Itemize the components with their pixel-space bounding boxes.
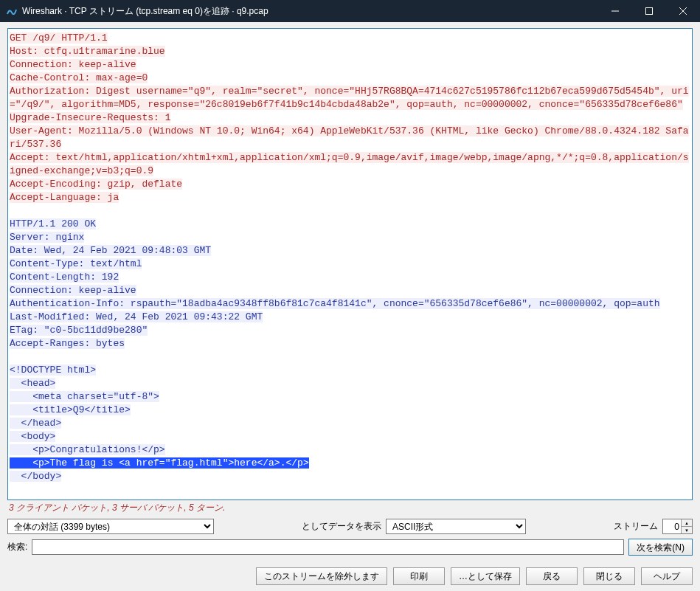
window-title: Wireshark · TCP ストリーム (tcp.stream eq 0)を… (22, 5, 598, 18)
response-body-pre[interactable]: <!DOCTYPE html> <head> <meta charset="ut… (10, 364, 165, 455)
help-button[interactable]: ヘルプ (641, 567, 693, 585)
stream-label: ストリーム (614, 520, 658, 533)
response-body-selected[interactable]: <p>The flag is <a href="flag.html">here<… (10, 457, 309, 469)
request-block[interactable]: GET /q9/ HTTP/1.1 Host: ctfq.u1tramarine… (10, 32, 689, 203)
find-next-button[interactable]: 次を検索(N) (628, 539, 693, 556)
svg-rect-1 (646, 8, 653, 15)
search-label: 検索: (7, 541, 27, 553)
titlebar: Wireshark · TCP ストリーム (tcp.stream eq 0)を… (0, 0, 700, 22)
format-select[interactable]: ASCII形式 (386, 519, 526, 534)
response-body-post[interactable]: </body> (10, 471, 61, 482)
search-input[interactable] (32, 539, 624, 555)
bottom-button-bar: このストリームを除外します 印刷 …として保存 戻る 閉じる ヘルプ (0, 564, 700, 591)
stream-value-input[interactable] (663, 519, 681, 533)
response-headers[interactable]: HTTP/1.1 200 OK Server: nginx Date: Wed,… (10, 218, 660, 349)
show-as-label: としてデータを表示 (302, 520, 381, 533)
print-button[interactable]: 印刷 (393, 567, 445, 585)
back-button[interactable]: 戻る (526, 567, 578, 585)
close-dialog-button[interactable]: 閉じる (583, 567, 635, 585)
close-button[interactable] (666, 0, 700, 22)
stream-content[interactable]: GET /q9/ HTTP/1.1 Host: ctfq.u1tramarine… (7, 28, 693, 500)
stream-down-button[interactable]: ▼ (682, 527, 692, 533)
filter-out-button[interactable]: このストリームを除外します (256, 567, 387, 585)
search-row: 検索: 次を検索(N) (7, 539, 693, 560)
minimize-button[interactable] (598, 0, 632, 22)
stream-up-button[interactable]: ▲ (682, 519, 692, 527)
conversation-select[interactable]: 全体の対話 (3399 bytes) (7, 519, 214, 534)
maximize-button[interactable] (632, 0, 666, 22)
stream-spinner[interactable]: ▲ ▼ (662, 519, 693, 534)
save-as-button[interactable]: …として保存 (451, 567, 520, 585)
wireshark-icon (6, 5, 18, 17)
controls-row: 全体の対話 (3399 bytes) としてデータを表示 ASCII形式 ストリ… (7, 517, 693, 539)
window-controls (598, 0, 700, 22)
packet-summary: 3 クライアント パケット, 3 サーバ パケット, 5 ターン. (7, 500, 693, 517)
